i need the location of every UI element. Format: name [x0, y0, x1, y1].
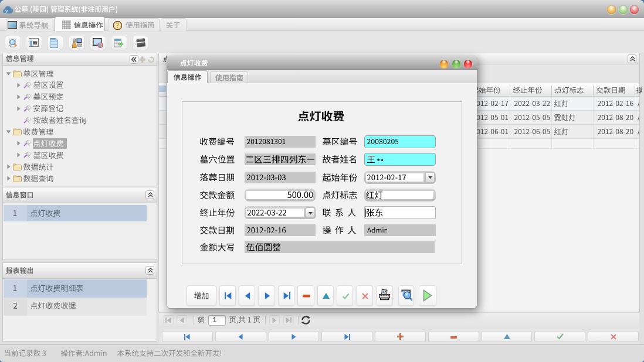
- svg-text:y: y: [5, 7, 8, 14]
